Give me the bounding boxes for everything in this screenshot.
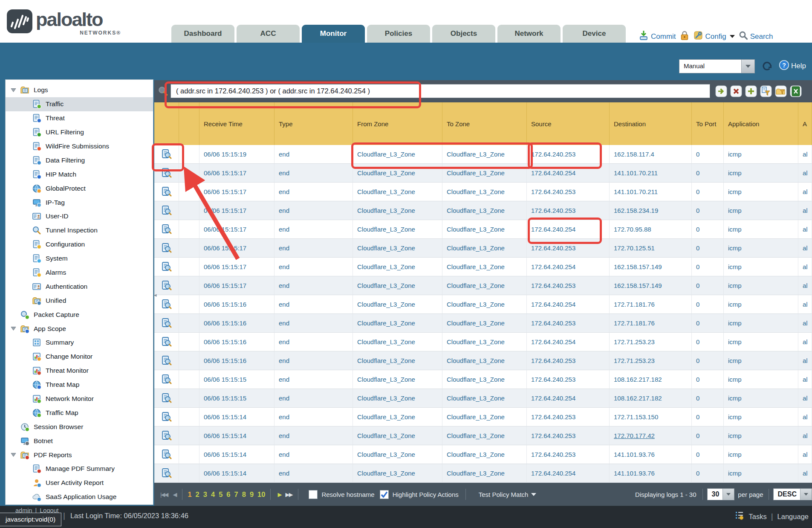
log-detail-icon[interactable]: [154, 201, 179, 220]
page-number-1[interactable]: 1: [188, 490, 191, 499]
log-detail-icon[interactable]: [154, 351, 179, 370]
sidebar-item-summary[interactable]: Summary: [6, 336, 153, 350]
highlight-policy-checkbox[interactable]: [380, 490, 389, 499]
log-detail-icon[interactable]: [154, 370, 179, 389]
tasks-button[interactable]: Tasks: [748, 513, 766, 521]
add-filter-icon[interactable]: [745, 85, 757, 97]
sidebar-item-user-id[interactable]: User-ID: [6, 209, 153, 223]
sidebar-item-alarms[interactable]: Alarms: [6, 266, 153, 280]
sidebar-item-saas-application-usage[interactable]: SaaS Application Usage: [6, 490, 153, 504]
log-detail-icon[interactable]: [154, 145, 179, 164]
log-detail-icon[interactable]: [154, 164, 179, 183]
sidebar-item-threat[interactable]: Threat: [6, 111, 153, 125]
cell-destination[interactable]: 172.70.177.42: [610, 426, 692, 445]
log-detail-icon[interactable]: [154, 464, 179, 483]
log-detail-icon[interactable]: [154, 276, 179, 295]
sidebar-item-pdf-reports[interactable]: PDF Reports: [6, 448, 153, 462]
expander-triangle-icon[interactable]: [11, 453, 20, 457]
sidebar-item-wildfire-submissions[interactable]: WildFire Submissions: [6, 139, 153, 154]
sidebar-item-session-browser[interactable]: Session Browser: [6, 420, 153, 434]
log-detail-icon[interactable]: [154, 333, 179, 351]
page-number-2[interactable]: 2: [196, 490, 199, 499]
filter-query-input[interactable]: [170, 84, 710, 98]
log-detail-icon[interactable]: [154, 408, 179, 426]
log-detail-icon[interactable]: [154, 183, 179, 201]
page-number-6[interactable]: 6: [226, 490, 230, 499]
tab-device[interactable]: Device: [563, 25, 626, 43]
column-header-a[interactable]: A: [798, 102, 812, 145]
commit-button[interactable]: Commit: [639, 30, 676, 43]
sidebar-item-system[interactable]: System: [6, 252, 153, 266]
column-header-application[interactable]: Application: [724, 102, 798, 145]
sidebar-item-manage-pdf-summary[interactable]: Manage PDF Summary: [6, 462, 153, 476]
log-detail-icon[interactable]: [154, 220, 179, 239]
tab-objects[interactable]: Objects: [432, 25, 495, 43]
sidebar-item-ip-tag[interactable]: IP-Tag: [6, 195, 153, 209]
load-filter-icon[interactable]: [775, 85, 787, 97]
last-page-icon[interactable]: ▶▶: [285, 491, 292, 498]
log-detail-icon[interactable]: [154, 258, 179, 276]
search-button[interactable]: Search: [739, 31, 773, 42]
resolve-hostname-checkbox[interactable]: [309, 490, 318, 499]
log-detail-icon[interactable]: [154, 295, 179, 314]
sidebar-item-data-filtering[interactable]: Data Filtering: [6, 153, 153, 167]
help-button[interactable]: ? Help: [779, 60, 806, 73]
column-header-from-zone[interactable]: From Zone: [353, 102, 442, 145]
tab-acc[interactable]: ACC: [237, 25, 300, 43]
sidebar-collapse-icon[interactable]: [154, 292, 157, 298]
tab-network[interactable]: Network: [497, 25, 561, 43]
lock-button[interactable]: [680, 30, 689, 43]
next-page-icon[interactable]: ▶: [277, 491, 282, 498]
sidebar-item-network-monitor[interactable]: Network Monitor: [6, 392, 153, 406]
tab-policies[interactable]: Policies: [367, 25, 430, 43]
log-detail-icon[interactable]: [154, 314, 179, 333]
tab-monitor[interactable]: Monitor: [302, 25, 365, 43]
per-page-caret-icon[interactable]: [722, 489, 734, 500]
sidebar-item-authentication[interactable]: Authentication: [6, 279, 153, 293]
config-menu-button[interactable]: Config: [693, 30, 735, 43]
page-number-4[interactable]: 4: [211, 490, 215, 499]
expander-triangle-icon[interactable]: [11, 326, 20, 331]
column-header-receive-time[interactable]: Receive Time: [199, 102, 275, 145]
sidebar-item-logs[interactable]: Logs: [6, 83, 153, 97]
page-number-3[interactable]: 3: [203, 490, 207, 499]
log-detail-icon[interactable]: [154, 445, 179, 464]
sort-order-select[interactable]: DESC: [773, 488, 812, 500]
column-header-source[interactable]: Source: [527, 102, 610, 145]
sidebar-item-hip-match[interactable]: HIP Match: [6, 167, 153, 181]
sidebar-item-configuration[interactable]: Configuration: [6, 238, 153, 252]
sidebar-item-packet-capture[interactable]: Packet Capture: [6, 308, 153, 322]
expander-triangle-icon[interactable]: [11, 88, 20, 93]
page-number-10[interactable]: 10: [257, 490, 265, 499]
refresh-mode-select[interactable]: Manual: [679, 59, 755, 73]
sidebar-item-change-monitor[interactable]: Change Monitor: [6, 350, 153, 364]
log-detail-icon[interactable]: [154, 389, 179, 408]
sidebar-item-botnet[interactable]: Botnet: [6, 434, 153, 448]
sidebar-item-threat-map[interactable]: Threat Map: [6, 378, 153, 392]
sidebar-item-unified[interactable]: Unified: [6, 293, 153, 308]
clear-filter-icon[interactable]: [730, 85, 742, 97]
log-detail-icon[interactable]: [154, 239, 179, 258]
filter-builder-icon[interactable]: [760, 85, 772, 97]
refresh-button[interactable]: [761, 60, 773, 73]
first-page-icon[interactable]: |◀◀: [160, 491, 168, 498]
sidebar-item-threat-monitor[interactable]: Threat Monitor: [6, 364, 153, 378]
apply-filter-icon[interactable]: [715, 85, 727, 97]
per-page-select[interactable]: 30: [707, 488, 735, 500]
page-number-7[interactable]: 7: [234, 490, 238, 499]
sidebar-item-globalprotect[interactable]: GlobalProtect: [6, 181, 153, 195]
sidebar-item-traffic[interactable]: Traffic: [6, 97, 153, 111]
log-detail-icon[interactable]: [154, 426, 179, 445]
column-header-type[interactable]: Type: [275, 102, 353, 145]
column-header-destination[interactable]: Destination: [610, 102, 692, 145]
export-logs-icon[interactable]: [790, 85, 802, 97]
test-policy-match-button[interactable]: Test Policy Match: [479, 491, 537, 498]
sidebar-item-url-filtering[interactable]: URL Filtering: [6, 125, 153, 139]
column-header-to-zone[interactable]: To Zone: [442, 102, 527, 145]
sidebar-item-traffic-map[interactable]: Traffic Map: [6, 406, 153, 420]
sidebar-item-user-activity-report[interactable]: User Activity Report: [6, 476, 153, 490]
tab-dashboard[interactable]: Dashboard: [171, 25, 234, 43]
sort-order-caret-icon[interactable]: [800, 489, 812, 500]
sidebar-item-tunnel-inspection[interactable]: Tunnel Inspection: [6, 223, 153, 238]
page-number-5[interactable]: 5: [219, 490, 223, 499]
